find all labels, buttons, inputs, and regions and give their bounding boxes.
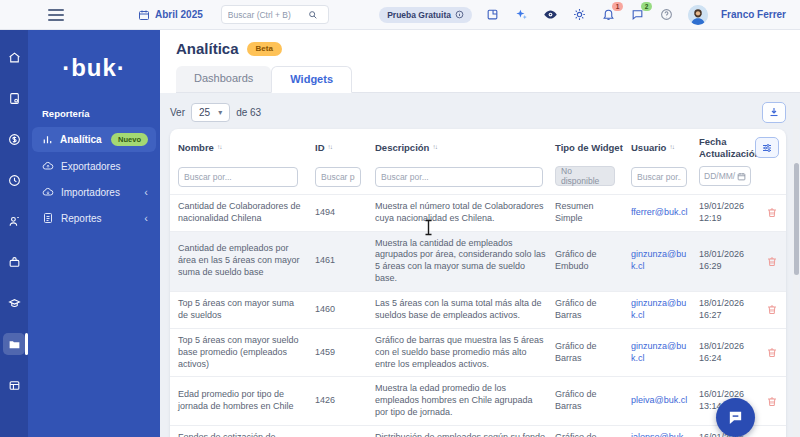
vertical-scrollbar[interactable]	[793, 118, 799, 437]
filter-usuario-input[interactable]	[631, 167, 687, 187]
home-icon[interactable]	[3, 46, 25, 68]
analytics-chart-icon	[42, 134, 53, 145]
save-icon[interactable]	[485, 7, 501, 23]
sort-icon[interactable]: ↑↓	[217, 143, 222, 151]
filter-descripcion-input[interactable]	[375, 167, 543, 187]
time-clock-icon[interactable]	[3, 169, 25, 191]
contracts-icon[interactable]	[3, 87, 25, 109]
column-settings-button[interactable]	[755, 137, 779, 158]
import-cloud-icon	[42, 186, 54, 198]
calendar-icon	[138, 9, 150, 21]
user-avatar[interactable]	[688, 5, 708, 25]
cell-tipo: Resumen Simple	[555, 201, 631, 225]
cell-usuario-email[interactable]: pleiva@buk.cl	[631, 395, 699, 407]
cell-usuario-email[interactable]: ginzunza@buk.cl	[631, 298, 699, 322]
delete-trash-icon[interactable]	[757, 346, 786, 359]
trial-badge[interactable]: Prueba Gratuita	[379, 7, 472, 23]
ai-sparkles-icon[interactable]	[514, 7, 530, 23]
eye-icon[interactable]	[543, 7, 559, 23]
help-icon[interactable]	[659, 7, 675, 23]
sidebar-item-reportes[interactable]: Reportes ‹	[32, 206, 156, 230]
sidebar-item-exportadores[interactable]: Exportadores	[32, 154, 156, 178]
chevron-collapse-icon[interactable]: ‹	[144, 212, 148, 224]
sort-icon[interactable]: ↑↓	[432, 143, 437, 151]
scrollbar-thumb[interactable]	[794, 163, 799, 275]
briefcase-icon[interactable]	[3, 251, 25, 273]
tab-bar: Dashboards Widgets	[176, 66, 800, 93]
period-selector[interactable]: Abril 2025	[138, 9, 203, 21]
chevron-collapse-icon[interactable]: ‹	[144, 186, 148, 198]
info-icon	[455, 10, 464, 19]
total-count-label: de 63	[236, 107, 261, 118]
cell-tipo: Gráfico de Embudo	[555, 249, 631, 273]
delete-trash-icon[interactable]	[757, 395, 786, 408]
delete-trash-icon[interactable]	[757, 303, 786, 316]
cell-fecha: 18/01/2026 16:24	[699, 341, 757, 365]
download-button[interactable]	[762, 102, 786, 123]
global-search[interactable]	[221, 5, 329, 24]
sidebar-icon-rail	[0, 30, 28, 437]
calendar-icon	[737, 172, 746, 181]
table-row[interactable]: Fondos de cotización de empleados 1393 D…	[170, 425, 786, 437]
boards-icon[interactable]	[3, 374, 25, 396]
filter-nombre-input[interactable]	[178, 167, 298, 187]
cell-usuario-email[interactable]: ginzunza@buk.cl	[631, 249, 699, 273]
settings-gear-icon[interactable]	[572, 7, 588, 23]
messages-icon[interactable]: 2	[630, 7, 646, 23]
table-row[interactable]: Edad promedio por tipo de jornada de hom…	[170, 376, 786, 425]
tab-dashboards[interactable]: Dashboards	[176, 66, 271, 92]
user-name[interactable]: Franco Ferrer	[721, 9, 786, 20]
filter-fecha-input[interactable]: DD/MM/	[699, 166, 751, 186]
table-row[interactable]: Cantidad de Colaboradores de nacionalida…	[170, 194, 786, 231]
cell-descripcion: Muestra la cantidad de empleados agrupad…	[375, 238, 555, 286]
sidebar-item-importadores[interactable]: Importadores ‹	[32, 180, 156, 204]
cell-id: 1459	[315, 347, 375, 359]
reporting-folder-icon[interactable]	[3, 333, 25, 355]
notifications-bell-icon[interactable]: 1	[601, 7, 617, 23]
ver-label: Ver	[170, 107, 185, 118]
chat-launcher-button[interactable]	[716, 398, 755, 437]
topbar: Abril 2025 Prueba Gratuita	[0, 0, 800, 30]
page-title: Analítica	[176, 40, 239, 57]
cell-id: 1426	[315, 395, 375, 407]
cell-descripcion: Muestra la edad promedio de los empleado…	[375, 383, 555, 419]
hamburger-menu-icon[interactable]	[48, 9, 64, 21]
sidebar-item-analitica[interactable]: Analítica Nuevo	[32, 127, 156, 152]
beta-badge: Beta	[247, 42, 282, 56]
cell-usuario-email[interactable]: jalonso@buk.cl	[631, 432, 699, 437]
cell-fecha: 19/01/2026 12:19	[699, 201, 757, 225]
cell-usuario-email[interactable]: fferrer@buk.cl	[631, 207, 699, 219]
delete-trash-icon[interactable]	[757, 255, 786, 268]
period-label: Abril 2025	[155, 9, 203, 20]
sort-icon[interactable]: ↑↓	[328, 143, 333, 151]
global-search-input[interactable]	[222, 10, 308, 20]
cell-nombre: Top 5 áreas con mayor suma de sueldos	[178, 298, 315, 322]
page-header: Analítica Beta Dashboards Widgets	[160, 30, 800, 93]
tab-widgets[interactable]: Widgets	[271, 66, 352, 93]
column-header-id[interactable]: ID↑↓	[315, 142, 375, 154]
table-row[interactable]: Top 5 áreas con mayor sueldo base promed…	[170, 328, 786, 377]
nuevo-badge: Nuevo	[111, 133, 148, 146]
talent-icon[interactable]	[3, 210, 25, 232]
table-row[interactable]: Top 5 áreas con mayor suma de sueldos 14…	[170, 291, 786, 328]
list-controls: Ver 25 ▾ de 63	[170, 99, 786, 125]
cell-tipo: Gráfico de Barras	[555, 341, 631, 365]
cell-nombre: Cantidad de empleados por área en las 5 …	[178, 243, 315, 279]
column-header-usuario[interactable]: Usuario↑↓	[631, 142, 699, 154]
learning-icon[interactable]	[3, 292, 25, 314]
report-document-icon	[42, 212, 54, 224]
column-header-nombre[interactable]: Nombre↑↓	[178, 142, 315, 154]
column-header-fecha[interactable]: Fecha Actualización↑↓	[699, 136, 757, 160]
filter-id-input[interactable]	[315, 167, 361, 187]
payroll-icon[interactable]	[3, 128, 25, 150]
table-header-row: Nombre↑↓ ID↑↓ Descripción↑↓ Tipo de Widg…	[170, 129, 786, 162]
sort-icon[interactable]: ↑↓	[669, 143, 674, 151]
notification-count-badge: 1	[612, 2, 623, 12]
delete-trash-icon[interactable]	[757, 206, 786, 219]
table-row[interactable]: Cantidad de empleados por área en las 5 …	[170, 231, 786, 292]
column-header-descripcion[interactable]: Descripción↑↓	[375, 142, 555, 154]
page-size-select[interactable]: 25 ▾	[191, 103, 230, 122]
cell-tipo: Gráfico de Treemap	[555, 432, 631, 437]
cell-id: 1460	[315, 304, 375, 316]
cell-usuario-email[interactable]: ginzunza@buk.cl	[631, 341, 699, 365]
